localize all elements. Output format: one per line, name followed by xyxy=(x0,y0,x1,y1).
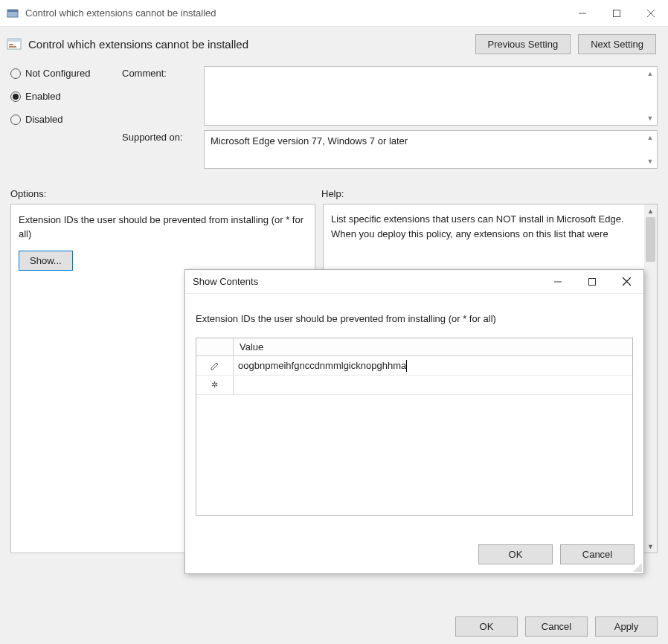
radio-not-configured[interactable]: Not Configured xyxy=(10,68,122,79)
comment-label: Comment: xyxy=(122,66,204,79)
apply-button[interactable]: Apply xyxy=(595,616,658,637)
edit-row-icon xyxy=(196,356,234,375)
grid-corner xyxy=(196,338,234,355)
grid-row[interactable]: ✲ xyxy=(196,376,632,395)
supported-value: Microsoft Edge version 77, Windows 7 or … xyxy=(211,135,408,146)
svg-rect-8 xyxy=(9,44,13,45)
values-grid[interactable]: Value oogbnpmeihfgnccdnmmlgicknopghhma ✲ xyxy=(196,338,633,516)
config-area: Not Configured Enabled Disabled Comment:… xyxy=(0,62,668,173)
radio-disabled[interactable]: Disabled xyxy=(10,114,122,125)
policy-icon xyxy=(6,36,22,53)
grid-cell[interactable] xyxy=(234,376,632,394)
svg-rect-1 xyxy=(7,10,18,12)
app-icon xyxy=(6,7,19,20)
scroll-up-icon[interactable]: ▲ xyxy=(645,132,655,143)
header-title: Control which extensions cannot be insta… xyxy=(28,38,475,51)
grid-cell-value: oogbnpmeihfgnccdnmmlgicknopghhma xyxy=(238,360,406,371)
radio-icon xyxy=(10,115,21,125)
dialog-maximize-button[interactable] xyxy=(575,270,609,294)
svg-rect-9 xyxy=(9,46,16,48)
radio-label: Not Configured xyxy=(25,68,90,79)
scroll-down-icon[interactable]: ▼ xyxy=(645,113,655,123)
dialog-body: Extension IDs the user should be prevent… xyxy=(185,294,643,516)
svg-rect-3 xyxy=(614,10,620,16)
state-radio-group: Not Configured Enabled Disabled xyxy=(10,66,122,125)
ok-button[interactable]: OK xyxy=(455,616,518,637)
dialog-title: Show Contents xyxy=(193,276,541,287)
radio-label: Enabled xyxy=(25,91,61,102)
show-contents-dialog: Show Contents Extension IDs the user sho… xyxy=(184,269,644,574)
svg-rect-7 xyxy=(7,39,21,42)
help-scrollbar[interactable]: ▲ ▼ xyxy=(644,205,657,553)
bottom-button-bar: OK Cancel Apply xyxy=(455,616,658,637)
header-row: Control which extensions cannot be insta… xyxy=(0,27,668,62)
close-button[interactable] xyxy=(634,0,668,27)
grid-row[interactable]: oogbnpmeihfgnccdnmmlgicknopghhma xyxy=(196,356,632,376)
radio-icon xyxy=(10,68,21,79)
grid-header: Value xyxy=(196,338,632,356)
scroll-down-icon[interactable]: ▼ xyxy=(644,540,657,553)
show-button[interactable]: Show... xyxy=(19,251,73,271)
scroll-up-icon[interactable]: ▲ xyxy=(644,205,657,217)
dialog-close-button[interactable] xyxy=(609,270,643,294)
next-setting-button[interactable]: Next Setting xyxy=(578,34,656,54)
dialog-label: Extension IDs the user should be prevent… xyxy=(196,313,633,324)
section-labels: Options: Help: xyxy=(0,173,668,204)
cancel-button[interactable]: Cancel xyxy=(525,616,588,637)
options-text: Extension IDs the user should be prevent… xyxy=(19,213,307,242)
dialog-titlebar: Show Contents xyxy=(185,270,643,294)
options-label: Options: xyxy=(10,188,321,199)
scrollbar-track[interactable] xyxy=(644,262,657,540)
dialog-cancel-button[interactable]: Cancel xyxy=(560,544,635,564)
comment-textarea[interactable]: ▲ ▼ xyxy=(204,66,658,126)
text-cursor xyxy=(406,360,407,372)
scroll-up-icon[interactable]: ▲ xyxy=(645,68,655,79)
dialog-ok-button[interactable]: OK xyxy=(478,544,553,564)
titlebar: Control which extensions cannot be insta… xyxy=(0,0,668,27)
window-title: Control which extensions cannot be insta… xyxy=(25,7,565,19)
scroll-down-icon[interactable]: ▼ xyxy=(645,156,655,167)
dialog-minimize-button[interactable] xyxy=(541,270,575,294)
maximize-button[interactable] xyxy=(600,0,634,27)
dialog-button-bar: OK Cancel xyxy=(478,544,635,564)
supported-label: Supported on: xyxy=(122,130,204,169)
previous-setting-button[interactable]: Previous Setting xyxy=(475,34,571,54)
minimize-button[interactable] xyxy=(565,0,600,27)
scrollbar-thumb[interactable] xyxy=(646,217,655,262)
svg-rect-11 xyxy=(589,278,596,285)
radio-enabled[interactable]: Enabled xyxy=(10,91,122,102)
grid-cell[interactable]: oogbnpmeihfgnccdnmmlgicknopghhma xyxy=(234,356,632,375)
radio-label: Disabled xyxy=(25,114,63,125)
grid-column-header: Value xyxy=(234,338,632,355)
resize-grip[interactable] xyxy=(633,563,642,572)
help-label: Help: xyxy=(321,188,658,199)
new-row-icon: ✲ xyxy=(196,376,234,394)
supported-textarea: Microsoft Edge version 77, Windows 7 or … xyxy=(204,130,658,169)
nav-buttons: Previous Setting Next Setting xyxy=(475,34,657,54)
radio-icon xyxy=(10,91,21,102)
